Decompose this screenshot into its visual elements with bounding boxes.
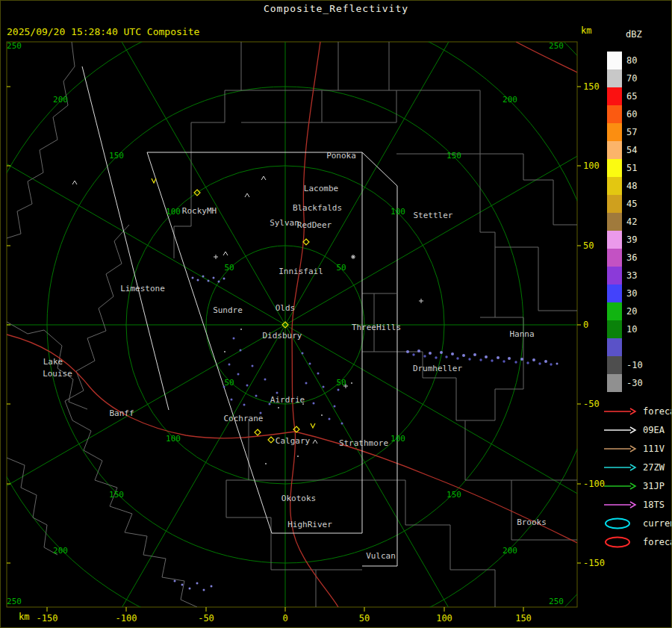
legend-label: 09EA [643, 425, 665, 435]
forecast-cell-ellipse-icon [603, 536, 637, 548]
legend-label: 111V [643, 444, 665, 454]
colorbar-tick-label: 54 [626, 145, 637, 155]
legend-item-111v: 111V [603, 444, 672, 454]
colorbar-swatch [607, 195, 622, 213]
legend-label: forecast [643, 537, 672, 547]
right-tick-label: -150 [583, 558, 605, 568]
overlay-legend: forecast 09EA 111V 27ZW [603, 406, 672, 547]
radar-app-window: Composite_Reflectivity 2025/09/20 15:28:… [0, 0, 672, 628]
right-tick-label: -50 [583, 399, 600, 409]
colorbar-swatch [607, 374, 622, 392]
radar-plot-area[interactable] [7, 42, 577, 607]
bottom-axis-labels: -150 -100 -50 0 50 100 150 [37, 613, 532, 624]
right-tick-label: 150 [583, 81, 600, 92]
current-cell-ellipse-icon [603, 517, 637, 529]
colorbar-swatch [607, 123, 622, 141]
right-axis-labels: 150 100 50 0 -50 -100 -150 [583, 81, 605, 568]
colorbar-tick-label: 45 [626, 199, 637, 209]
legend-label: 27ZW [643, 462, 665, 473]
colorbar-tick-label: 51 [626, 163, 637, 173]
right-tick-label: -100 [583, 479, 605, 489]
legend-item-27zw: 27ZW [603, 462, 672, 473]
bottom-tick-label: 100 [436, 613, 452, 624]
colorbar-tick-label: 42 [626, 217, 637, 227]
colorbar-tick-label: 70 [626, 73, 637, 84]
colorbar-swatch [607, 159, 622, 177]
legend-item-09ea: 09EA [603, 425, 672, 435]
legend-item-18ts: 18TS [603, 500, 672, 510]
colorbar-tick-label: 36 [626, 252, 637, 263]
colorbar-tick-label: 80 [626, 55, 637, 66]
dbz-colorbar: 80 70 65 60 57 54 51 48 45 42 39 36 33 3… [603, 46, 671, 402]
colorbar-tick-label: 57 [626, 127, 637, 137]
colorbar-tick-label: 65 [626, 91, 637, 102]
colorbar-swatch [607, 320, 622, 338]
colorbar-swatch [607, 231, 622, 249]
colorbar-swatch [607, 302, 622, 320]
colorbar-tick-label: 60 [626, 109, 637, 119]
legend-label: 18TS [643, 500, 665, 510]
colorbar-tick-label: 10 [626, 324, 637, 335]
radar-27zw-arrow-icon [603, 462, 637, 473]
colorbar-tick-label: 48 [626, 181, 637, 191]
colorbar-tick-label: 30 [626, 288, 637, 299]
bottom-tick-label: 0 [282, 613, 287, 624]
legend-label: 31JP [643, 481, 665, 491]
radar-111v-arrow-icon [603, 444, 637, 454]
colorbar-tick-label: -10 [626, 360, 643, 370]
bottom-tick-label: -150 [37, 613, 58, 624]
legend-label: forecast [643, 406, 672, 417]
legend-item-forecast-cell: forecast [603, 537, 672, 547]
colorbar-tick-label: 39 [626, 234, 637, 245]
colorbar-swatch [607, 52, 622, 69]
colorbar-swatch [607, 87, 622, 105]
legend-label: current [643, 518, 672, 529]
colorbar-swatch [607, 285, 622, 302]
legend-item-31jp: 31JP [603, 481, 672, 491]
radar-display: 50 100 150 200 250 50 100 150 200 250 50… [1, 1, 672, 628]
bottom-tick-label: -100 [116, 613, 137, 624]
radar-31jp-arrow-icon [603, 481, 637, 491]
colorbar-swatch [607, 69, 622, 87]
bottom-tick-label: -50 [198, 613, 214, 624]
legend-item-forecast-arrow: forecast [603, 406, 672, 417]
colorbar-swatch [607, 141, 622, 159]
forecast-arrow-icon [603, 406, 637, 417]
colorbar-swatch [607, 356, 622, 374]
radar-18ts-arrow-icon [603, 500, 637, 510]
radar-09ea-arrow-icon [603, 425, 637, 435]
colorbar-tick-label: 33 [626, 270, 637, 281]
bottom-tick-label: 150 [515, 613, 532, 624]
colorbar-tick-label: 20 [626, 306, 637, 317]
colorbar-swatch [607, 105, 622, 123]
right-tick-label: 100 [583, 161, 600, 171]
colorbar-swatch [607, 338, 622, 356]
colorbar-swatch [607, 213, 622, 231]
colorbar-swatch [607, 249, 622, 267]
legend-item-current-cell: current [603, 518, 672, 529]
colorbar-swatch [607, 267, 622, 285]
right-tick-label: 0 [583, 320, 588, 330]
bottom-tick-label: 50 [359, 613, 370, 624]
right-tick-label: 50 [583, 240, 594, 251]
colorbar-tick-label: -30 [626, 378, 643, 388]
colorbar-swatch [607, 177, 622, 195]
